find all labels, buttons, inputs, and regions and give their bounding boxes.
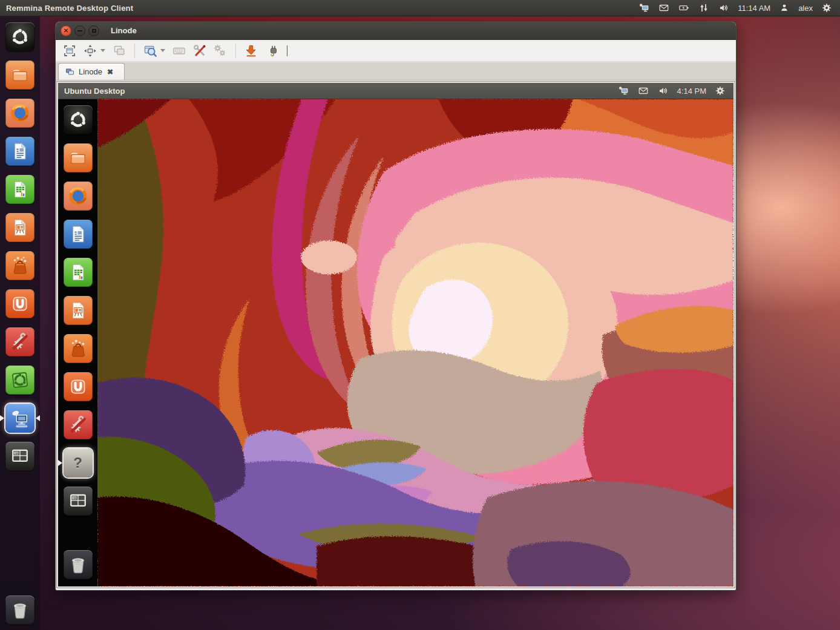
focused-arrow-icon <box>58 460 62 466</box>
fit-window-button[interactable] <box>81 42 99 59</box>
remote-clock[interactable]: 4:14 PM <box>677 87 706 96</box>
tab-windows-icon <box>65 67 75 77</box>
remote-launcher-item-ubuntu-one[interactable] <box>64 372 93 401</box>
mail-envelope-icon[interactable] <box>658 2 670 14</box>
remote-top-panel: Ubuntu Desktop 4:14 PM <box>58 83 733 99</box>
send-keystrokes-button[interactable] <box>170 42 188 59</box>
remote-launcher: ? <box>58 99 97 586</box>
session-gear-icon[interactable] <box>714 85 726 97</box>
remote-launcher-item-libreoffice-writer[interactable] <box>64 220 93 249</box>
duplicate-connection-button[interactable] <box>110 42 128 59</box>
zoom-options-button[interactable] <box>141 42 159 59</box>
remote-launcher-item-libreoffice-impress[interactable] <box>64 296 93 325</box>
screenshot-button[interactable] <box>242 42 260 59</box>
preferences-button[interactable] <box>211 42 229 59</box>
remote-session-viewport: Ubuntu Desktop 4:14 PM <box>57 82 735 588</box>
disconnect-button[interactable] <box>263 42 281 59</box>
remote-menu-title[interactable]: Ubuntu Desktop <box>58 87 125 96</box>
battery-icon[interactable] <box>678 2 690 14</box>
launcher-item-ubuntu-software-center[interactable] <box>5 251 34 280</box>
user-icon[interactable] <box>778 2 790 14</box>
window-titlebar[interactable]: ✕ Linode <box>56 22 736 40</box>
host-launcher <box>0 16 40 630</box>
focus-caret <box>287 45 287 56</box>
network-arrows-icon[interactable] <box>698 2 710 14</box>
launcher-item-system-settings[interactable] <box>5 327 34 356</box>
question-mark-icon: ? <box>73 454 82 471</box>
launcher-item-ubuntu-one[interactable] <box>5 289 34 318</box>
tab-linode[interactable]: Linode ✖ <box>58 63 125 80</box>
window-toolbar <box>56 40 736 62</box>
remote-launcher-item-firefox[interactable] <box>64 182 93 211</box>
launcher-item-remmina[interactable] <box>5 404 34 433</box>
tab-label: Linode <box>79 67 102 76</box>
launcher-item-dash-home[interactable] <box>5 22 34 51</box>
remote-launcher-item-workspace-switcher[interactable] <box>64 487 93 516</box>
fit-window-dropdown-icon[interactable] <box>100 49 105 52</box>
session-gear-icon[interactable] <box>821 2 833 14</box>
remote-indicator-area: 4:14 PM <box>617 85 733 97</box>
remote-launcher-item-home-folder[interactable] <box>64 143 93 172</box>
launcher-item-libreoffice-impress[interactable] <box>5 213 34 242</box>
remote-launcher-item-libreoffice-calc[interactable] <box>64 258 93 287</box>
toolbar-separator <box>134 44 135 58</box>
focused-arrow-icon <box>0 415 4 421</box>
active-app-title: Remmina Remote Desktop Client <box>0 4 133 13</box>
toggle-fullscreen-button[interactable] <box>61 42 79 59</box>
remote-wallpaper <box>97 99 733 586</box>
launcher-item-trash[interactable] <box>5 596 34 625</box>
zoom-dropdown-icon[interactable] <box>160 49 165 52</box>
host-top-panel: Remmina Remote Desktop Client 11:14 AM a… <box>0 0 840 16</box>
minimize-button[interactable] <box>74 25 85 36</box>
tab-close-icon[interactable]: ✖ <box>107 68 113 76</box>
tools-button[interactable] <box>191 42 209 59</box>
screen: Remmina Remote Desktop Client 11:14 AM a… <box>0 0 840 630</box>
launcher-item-libreoffice-calc[interactable] <box>5 175 34 204</box>
connection-tabbar: Linode ✖ <box>56 62 736 80</box>
running-arrow-icon <box>36 415 40 421</box>
launcher-item-update-manager[interactable] <box>5 366 34 395</box>
launcher-item-workspace-switcher[interactable] <box>5 442 34 471</box>
maximize-button[interactable] <box>88 25 99 36</box>
close-button[interactable]: ✕ <box>61 25 71 36</box>
mail-envelope-icon[interactable] <box>637 85 649 97</box>
volume-icon[interactable] <box>718 2 730 14</box>
toolbar-separator <box>235 44 236 58</box>
window-title: Linode <box>111 26 137 35</box>
remote-launcher-item-system-settings[interactable] <box>64 410 93 439</box>
launcher-item-firefox[interactable] <box>5 99 34 128</box>
remmina-window: ✕ Linode Linode ✖ <box>56 22 736 590</box>
remote-launcher-item-ubuntu-software-center[interactable] <box>64 334 93 363</box>
remote-launcher-item-trash[interactable] <box>64 550 93 579</box>
host-indicator-area: 11:14 AM alex <box>638 2 840 14</box>
remmina-monitor-icon[interactable] <box>617 85 629 97</box>
remmina-monitor-icon[interactable] <box>638 2 650 14</box>
host-clock[interactable]: 11:14 AM <box>738 4 770 13</box>
remote-launcher-item-unknown-app[interactable]: ? <box>64 448 93 477</box>
volume-icon[interactable] <box>657 85 669 97</box>
launcher-item-libreoffice-writer[interactable] <box>5 137 34 166</box>
username-label[interactable]: alex <box>798 4 813 13</box>
launcher-item-home-folder[interactable] <box>5 61 34 90</box>
remote-launcher-item-dash-home[interactable] <box>64 105 93 134</box>
remote-desktop-body: ? <box>58 99 733 586</box>
